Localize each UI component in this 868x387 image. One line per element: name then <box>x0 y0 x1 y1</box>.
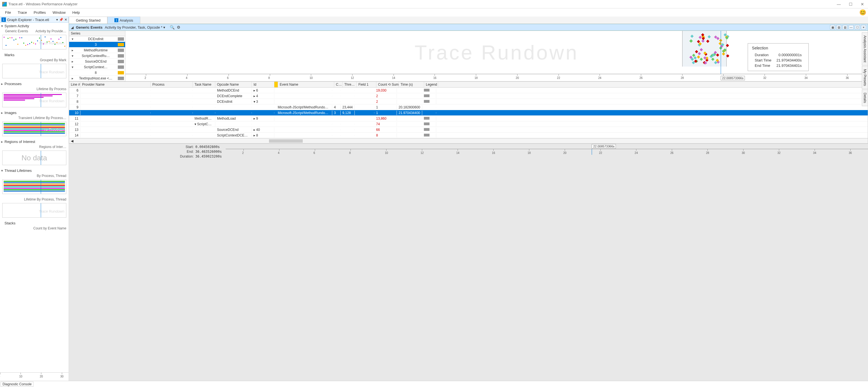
table-row[interactable]: 9Microsoft-JScript/MethodRundow…423,4441… <box>69 104 868 110</box>
section-regions of interest[interactable]: ▸Regions of Interest <box>1 139 67 144</box>
col-process[interactable]: Process <box>151 82 193 87</box>
col-thre-[interactable]: Thre… <box>343 82 357 87</box>
view-tool-5[interactable]: ✕ <box>861 25 866 30</box>
table-row[interactable]: 13SourceDCEnd▸ 4066 <box>69 127 868 133</box>
feedback-icon[interactable]: 😊 <box>859 9 866 16</box>
series-row[interactable]: ▾ScriptContextRu… <box>69 53 125 59</box>
series-row[interactable]: ▾ScriptContext… <box>69 64 125 70</box>
section-stacks[interactable]: Stacks <box>1 220 67 226</box>
maximize-icon[interactable]: ☐ <box>847 2 854 6</box>
section-sub[interactable]: By Process, Thread <box>1 173 67 179</box>
series-list: Series ▾DCEndInit3▸MethodRuntime▾ScriptC… <box>69 31 125 81</box>
section-thumb[interactable]: Trace Rundown <box>2 203 66 218</box>
pin-icon[interactable]: 📌 <box>59 18 63 22</box>
view-tool-3[interactable]: — <box>848 25 854 30</box>
section-sub[interactable]: Generic EventsActivity by Provide… <box>1 29 67 34</box>
tab-analysis[interactable]: 1Analysis <box>107 16 140 24</box>
close-icon[interactable]: ✕ <box>64 18 67 22</box>
col-count-sum[interactable]: Count ⟲ Sum <box>376 82 399 87</box>
table-row[interactable]: 6MethodDCEnd▸ 619,030 <box>69 87 868 93</box>
col-opcode-name[interactable]: Opcode Name <box>215 82 252 87</box>
section-thread lifetimes[interactable]: ▾Thread Lifetimes <box>1 168 67 173</box>
col-field-[interactable]: Field 1 <box>357 82 376 87</box>
col-provider-name[interactable]: Provider Name <box>81 82 151 87</box>
search-icon[interactable]: 🔍 <box>170 25 175 30</box>
menu-window[interactable]: Window <box>50 9 68 15</box>
table-row[interactable]: 12▾ ScriptCo…74 <box>69 121 868 127</box>
section-sub[interactable]: Grouped By Mark <box>1 58 67 63</box>
time-marker[interactable] <box>721 31 721 74</box>
collapse-icon[interactable]: ◢ <box>71 25 74 30</box>
section-thumb[interactable]: ce Rundown <box>2 121 66 136</box>
menu-trace[interactable]: Trace <box>15 9 30 15</box>
col-time-s-[interactable]: Time (s) <box>399 82 424 87</box>
section-sub[interactable]: Lifetime By Process, Thread <box>1 197 67 203</box>
dropdown-icon[interactable]: ▾ <box>56 18 58 22</box>
panel-header: ◢ Generic Events Activity by Provider, T… <box>69 24 868 31</box>
col-event-name[interactable]: Event Name <box>278 82 334 87</box>
series-header: Series <box>69 31 125 36</box>
col-legend[interactable]: Legend <box>424 82 438 87</box>
view-tool-2[interactable]: ▥ <box>842 25 847 30</box>
col-id[interactable]: Id <box>252 82 274 87</box>
panel-title: Generic Events <box>76 25 102 30</box>
col-c-[interactable]: C… <box>334 82 343 87</box>
time-tooltip: 22.008573366s <box>721 76 745 80</box>
gear-icon[interactable]: ⚙ <box>177 25 181 30</box>
table-hscroll[interactable]: ◀ <box>69 138 868 143</box>
vtab-my presets[interactable]: My Presets <box>862 66 868 89</box>
section-processes[interactable]: ▸Processes <box>1 81 67 86</box>
table-row[interactable]: 7DCEndComplete▸ 42 <box>69 93 868 99</box>
table-row[interactable]: 8DCEndInit▾ 32 <box>69 99 868 104</box>
section-sub[interactable]: Transient Lifetime By Process… <box>1 115 67 121</box>
section-marks[interactable]: Marks <box>1 52 67 58</box>
menu-help[interactable]: Help <box>69 9 83 15</box>
series-row[interactable]: ▸TextInputHost.exe <… <box>69 75 125 81</box>
sidebar-ruler[interactable]: 0102030 <box>0 373 69 381</box>
close-icon[interactable]: ✕ <box>859 2 866 6</box>
data-table: Line #Provider NameProcessTask NameOpcod… <box>69 81 868 143</box>
series-row[interactable]: ▸MethodRuntime <box>69 47 125 53</box>
titlebar: Trace.etl - Windows Performance Analyzer… <box>0 0 868 8</box>
menu-profiles[interactable]: Profiles <box>31 9 49 15</box>
vtab-analysis assistant[interactable]: Analysis Assistant <box>862 32 868 65</box>
tab-getting started[interactable]: Getting Started <box>69 16 107 24</box>
series-row[interactable]: ▾DCEndInit <box>69 36 125 42</box>
section-sub[interactable]: Lifetime By Process <box>1 86 67 92</box>
col-sep[interactable] <box>274 82 278 87</box>
section-thumb[interactable] <box>2 179 66 194</box>
minimize-icon[interactable]: — <box>835 2 842 6</box>
series-row[interactable]: 8 <box>69 70 125 75</box>
statusbar: Diagnostic Console <box>0 381 868 387</box>
section-thumb[interactable]: Trace Rundown <box>2 35 66 49</box>
table-header[interactable]: Line #Provider NameProcessTask NameOpcod… <box>69 82 868 87</box>
section-sub[interactable]: Regions of Inter… <box>1 144 67 150</box>
section-thumb[interactable]: Trace Rundown <box>2 64 66 78</box>
section-system activity[interactable]: ▾System Activity <box>1 23 67 29</box>
series-row[interactable]: ▸SourceDCEnd <box>69 59 125 64</box>
series-row[interactable]: 3 <box>69 42 125 47</box>
diagnostic-console-button[interactable]: Diagnostic Console <box>1 382 33 387</box>
view-tool-4[interactable]: ☐ <box>855 25 860 30</box>
section-sub[interactable]: Count by Event Name <box>1 226 67 232</box>
section-thumb[interactable]: No data <box>2 150 66 165</box>
view-tool-1[interactable]: ▨ <box>836 25 841 30</box>
menubar: FileTraceProfilesWindowHelp <box>0 8 868 16</box>
graph-explorer-sidebar: 1 Graph Explorer - Trace.etl ▾📌✕ ▾System… <box>0 16 69 381</box>
section-images[interactable]: ▸Images <box>1 110 67 115</box>
table-row[interactable]: 14ScriptContextDCE…▸ 88 <box>69 133 868 138</box>
table-row[interactable]: 10Microsoft-JScript/MethodRundow…39,1281… <box>69 110 868 116</box>
section-thumb[interactable]: Trace Rundown <box>2 93 66 107</box>
plot-axis[interactable]: 24681012141618202224262830323436 <box>125 74 868 81</box>
menu-file[interactable]: File <box>2 9 14 15</box>
timeline-plot[interactable]: Trace Rundown Selection Duration0.000000… <box>125 31 868 81</box>
bottom-axis[interactable]: 2468101214161820222426283032343622.00857… <box>226 149 868 154</box>
panel-subtitle[interactable]: Activity by Provider, Task, Opcode * ▾ <box>105 25 165 30</box>
col-line-[interactable]: Line # <box>69 82 81 87</box>
table-row[interactable]: 11MethodR…MethodLoad▸ 913,860 <box>69 116 868 121</box>
col-task-name[interactable]: Task Name <box>193 82 215 87</box>
view-tool-0[interactable]: ▦ <box>830 25 835 30</box>
vtab-details[interactable]: Details <box>862 90 868 106</box>
sidebar-header: 1 Graph Explorer - Trace.etl ▾📌✕ <box>0 16 69 23</box>
window-title: Trace.etl - Windows Performance Analyzer <box>8 2 835 6</box>
